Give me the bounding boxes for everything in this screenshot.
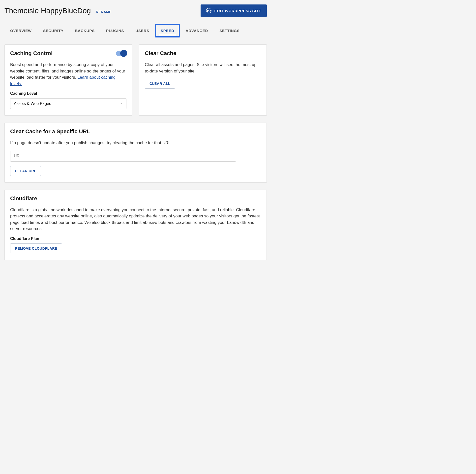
cloudflare-plan-label: Cloudflare Plan xyxy=(10,237,261,241)
tab-settings[interactable]: SETTINGS xyxy=(214,24,245,37)
card-caching-control: Caching Control Boost speed and performa… xyxy=(4,44,132,116)
wordpress-icon xyxy=(206,8,211,13)
url-input[interactable] xyxy=(10,151,236,162)
caching-control-desc: Boost speed and performance by storing a… xyxy=(10,62,126,87)
caching-control-title: Caching Control xyxy=(10,50,53,57)
rename-link[interactable]: RENAME xyxy=(96,10,112,14)
clear-cache-title: Clear Cache xyxy=(145,50,176,57)
clear-cache-desc: Clear all assets and pages. Site visitor… xyxy=(145,62,261,74)
caching-level-select-wrap: Assets & Web Pages xyxy=(10,98,126,109)
edit-wordpress-site-button[interactable]: EDIT WORDPRESS SITE xyxy=(201,4,267,17)
tab-overview[interactable]: OVERVIEW xyxy=(4,24,37,37)
card-clear-url: Clear Cache for a Specific URL If a page… xyxy=(4,123,267,183)
cloudflare-title: Cloudflare xyxy=(10,195,261,202)
clear-url-title: Clear Cache for a Specific URL xyxy=(10,128,261,135)
page-header: Themeisle HappyBlueDog RENAME EDIT WORDP… xyxy=(4,4,267,17)
tab-speed[interactable]: SPEED xyxy=(155,24,180,37)
caching-toggle[interactable] xyxy=(116,51,126,56)
clear-cache-head: Clear Cache xyxy=(145,50,261,57)
toggle-knob-icon xyxy=(120,50,127,57)
tab-plugins[interactable]: PLUGINS xyxy=(100,24,130,37)
tab-security[interactable]: SECURITY xyxy=(37,24,69,37)
header-left: Themeisle HappyBlueDog RENAME xyxy=(4,6,112,15)
tab-backups[interactable]: BACKUPS xyxy=(69,24,100,37)
clear-url-button[interactable]: CLEAR URL xyxy=(10,166,41,176)
caching-level-select[interactable]: Assets & Web Pages xyxy=(10,98,126,109)
tabs: OVERVIEW SECURITY BACKUPS PLUGINS USERS … xyxy=(4,24,267,37)
clear-all-button[interactable]: CLEAR ALL xyxy=(145,79,175,89)
remove-cloudflare-button[interactable]: REMOVE CLOUDFLARE xyxy=(10,243,62,253)
card-cloudflare: Cloudflare Cloudflare is a global networ… xyxy=(4,190,267,260)
edit-wordpress-site-label: EDIT WORDPRESS SITE xyxy=(214,9,261,13)
site-title: Themeisle HappyBlueDog xyxy=(4,6,91,15)
caching-control-head: Caching Control xyxy=(10,50,126,57)
tab-advanced[interactable]: ADVANCED xyxy=(180,24,214,37)
row-caching: Caching Control Boost speed and performa… xyxy=(4,44,267,116)
caching-level-label: Caching Level xyxy=(10,91,126,96)
tab-users[interactable]: USERS xyxy=(130,24,155,37)
clear-url-desc: If a page doesn't update after you publi… xyxy=(10,140,261,146)
card-clear-cache: Clear Cache Clear all assets and pages. … xyxy=(139,44,267,116)
cloudflare-desc: Cloudflare is a global network designed … xyxy=(10,207,261,232)
